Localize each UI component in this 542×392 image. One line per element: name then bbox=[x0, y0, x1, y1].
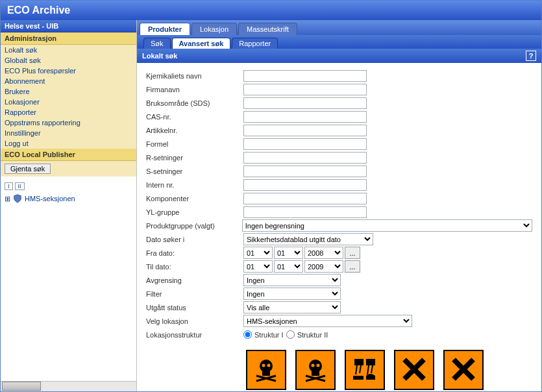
cross-icon bbox=[401, 356, 427, 384]
sidebar-section-publisher: ECO Local Publisher bbox=[1, 149, 136, 161]
input-ssetn[interactable] bbox=[243, 165, 367, 177]
radio-struktur-1[interactable] bbox=[243, 330, 252, 339]
select-velglok[interactable]: HMS-seksjonen bbox=[243, 315, 412, 327]
corrosive-icon bbox=[352, 356, 378, 384]
help-icon[interactable]: ? bbox=[526, 51, 536, 61]
input-firmanavn[interactable] bbox=[243, 84, 367, 95]
panel-title: Lokalt søk bbox=[142, 52, 177, 60]
hazard-helseskadelig[interactable]: Helseskadelig bbox=[391, 350, 437, 391]
svg-rect-1 bbox=[262, 371, 270, 376]
shield-icon bbox=[13, 194, 22, 203]
label-lokstruktur: Lokasjonsstruktur bbox=[146, 331, 243, 339]
app-title: ECO Archive bbox=[1, 1, 541, 20]
hazard-etsende[interactable]: Etsende bbox=[342, 350, 388, 391]
select-fra-year[interactable]: 2008 bbox=[304, 247, 343, 259]
select-til-year[interactable]: 2009 bbox=[304, 260, 343, 273]
svg-rect-9 bbox=[366, 359, 375, 365]
label-ssetn: S-setninger bbox=[146, 167, 243, 175]
select-fra-day[interactable]: 01 bbox=[243, 247, 273, 259]
input-bruksomrade[interactable] bbox=[243, 97, 367, 109]
label-formel: Formel bbox=[146, 140, 243, 148]
label-rsetn: R-setninger bbox=[146, 154, 243, 162]
sidebar-link-oppstroms[interactable]: Oppstrøms rapportering bbox=[1, 117, 136, 128]
sidebar-link-logg-ut[interactable]: Logg ut bbox=[1, 138, 136, 149]
radio-struktur-2[interactable] bbox=[286, 330, 295, 339]
input-rsetn[interactable] bbox=[243, 152, 367, 164]
select-til-month[interactable]: 01 bbox=[274, 260, 303, 273]
input-kjemnavn[interactable] bbox=[243, 70, 367, 82]
label-avgrensing: Avgrensing bbox=[146, 276, 243, 284]
svg-point-2 bbox=[262, 364, 265, 367]
label-tildato: Til dato: bbox=[146, 263, 243, 271]
select-produktgruppe[interactable]: Ingen begrensning bbox=[242, 219, 532, 232]
sidebar-link-rapporter[interactable]: Rapporter bbox=[1, 107, 136, 117]
skull-icon bbox=[253, 356, 279, 384]
input-internnr[interactable] bbox=[243, 179, 367, 191]
input-ylgruppe[interactable] bbox=[243, 206, 367, 218]
sidebar: Helse vest - UIB Administrasjon Lokalt s… bbox=[1, 20, 137, 391]
sidebar-link-innstillinger[interactable]: Innstillinger bbox=[1, 128, 136, 138]
tab-lokasjon[interactable]: Lokasjon bbox=[191, 23, 237, 35]
select-utgatt[interactable]: Vis alle bbox=[243, 301, 341, 313]
tree-item-label: HMS-seksjonen bbox=[25, 195, 75, 202]
label-internnr: Intern nr. bbox=[146, 181, 243, 189]
label-filter: Filter bbox=[146, 290, 243, 298]
sidebar-link-lokasjoner[interactable]: Lokasjoner bbox=[1, 97, 136, 107]
svg-point-3 bbox=[267, 364, 271, 367]
tree-tab-1[interactable]: I bbox=[5, 182, 13, 190]
svg-rect-8 bbox=[354, 359, 363, 365]
label-firmanavn: Firmanavn bbox=[146, 86, 243, 93]
sidebar-section-admin: Administrasjon bbox=[1, 32, 136, 45]
radio-label-1: Struktur I bbox=[254, 331, 284, 339]
select-avgrensing[interactable]: Ingen bbox=[243, 274, 341, 286]
fra-date-picker-button[interactable]: ... bbox=[345, 247, 360, 259]
label-utgatt: Utgått status bbox=[146, 304, 243, 312]
input-artikkelnr[interactable] bbox=[243, 125, 367, 136]
tree-item-hms[interactable]: ⊞ HMS-seksjonen bbox=[5, 194, 132, 203]
main-tabbar: Produkter Lokasjon Masseutskrift bbox=[137, 20, 541, 35]
label-ylgruppe: YL-gruppe bbox=[146, 208, 243, 216]
label-komponenter: Komponenter bbox=[146, 195, 243, 202]
input-komponenter[interactable] bbox=[243, 193, 367, 204]
tab-produkter[interactable]: Produkter bbox=[140, 23, 190, 35]
subtab-rapporter[interactable]: Rapporter bbox=[232, 38, 278, 49]
org-title: Helse vest - UIB bbox=[1, 20, 136, 32]
sidebar-link-brukere[interactable]: Brukere bbox=[1, 86, 136, 97]
til-date-picker-button[interactable]: ... bbox=[345, 260, 360, 273]
repeat-search-button[interactable]: Gjenta søk bbox=[5, 164, 51, 174]
sidebar-link-abonnement[interactable]: Abonnement bbox=[1, 76, 136, 86]
label-fradato: Fra dato: bbox=[146, 249, 243, 257]
subtab-sok[interactable]: Søk bbox=[143, 38, 171, 49]
select-filter[interactable]: Ingen bbox=[243, 288, 341, 300]
tab-masseutskrift[interactable]: Masseutskrift bbox=[238, 23, 297, 35]
sidebar-link-lokalt-sok[interactable]: Lokalt søk bbox=[1, 45, 136, 55]
sidebar-link-globalt-sok[interactable]: Globalt søk bbox=[1, 55, 136, 66]
label-bruksomrade: Bruksområde (SDS) bbox=[146, 99, 243, 107]
sub-tabbar: Søk Avansert søk Rapporter bbox=[137, 35, 541, 49]
hazard-giftig[interactable]: Giftig bbox=[293, 350, 338, 391]
svg-point-6 bbox=[312, 364, 315, 367]
svg-point-7 bbox=[317, 364, 320, 367]
subtab-avansert[interactable]: Avansert søk bbox=[172, 38, 231, 49]
input-casnr[interactable] bbox=[243, 111, 367, 123]
skull-icon bbox=[302, 356, 328, 384]
svg-rect-5 bbox=[312, 371, 319, 376]
select-datosoker[interactable]: Sikkerhetsdatablad utgitt dato bbox=[243, 233, 373, 245]
input-formel[interactable] bbox=[243, 138, 367, 150]
tree-expand-icon[interactable]: ⊞ bbox=[5, 195, 10, 203]
hazard-meget-giftig[interactable]: Meget giftig bbox=[243, 350, 289, 391]
label-kjemnavn: Kjemikaliets navn bbox=[146, 72, 243, 80]
label-artikkelnr: Artikkelnr. bbox=[146, 127, 243, 134]
label-velglok: Velg lokasjon bbox=[146, 317, 243, 325]
sidebar-link-eco-plus[interactable]: ECO Plus forespørsler bbox=[1, 66, 136, 76]
location-tree: I II ⊞ HMS-seksjonen bbox=[1, 177, 136, 381]
label-datosoker: Dato søker i bbox=[146, 236, 243, 243]
tree-tab-2[interactable]: II bbox=[15, 182, 25, 190]
label-casnr: CAS-nr. bbox=[146, 113, 243, 121]
hazard-irriterende[interactable]: Irriterende bbox=[441, 350, 486, 391]
sidebar-scrollbar[interactable] bbox=[1, 381, 136, 391]
select-til-day[interactable]: 01 bbox=[243, 260, 273, 273]
search-form: Kjemikaliets navn Firmanavn Bruksområde … bbox=[137, 63, 541, 391]
radio-label-2: Struktur II bbox=[297, 331, 328, 339]
select-fra-month[interactable]: 01 bbox=[274, 247, 303, 259]
